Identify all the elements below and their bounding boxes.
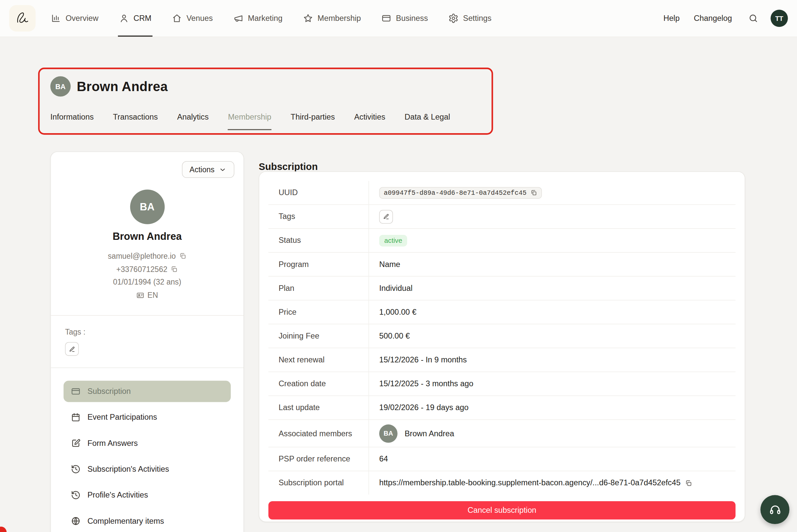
- app-logo[interactable]: [9, 5, 36, 32]
- phone-line: +33760712562: [51, 263, 244, 276]
- history-icon: [71, 490, 81, 500]
- sidebar-item-complementary-items[interactable]: Complementary items: [63, 511, 231, 532]
- sidebar-item-label: Subscription's Activities: [88, 465, 169, 474]
- tab-activities[interactable]: Activities: [354, 112, 385, 130]
- sidebar-item-subscription[interactable]: Subscription: [63, 381, 231, 402]
- star-icon: [303, 13, 313, 23]
- nav-label: Venues: [187, 14, 213, 23]
- tab-transactions[interactable]: Transactions: [113, 112, 158, 130]
- member-avatar[interactable]: BA: [379, 424, 398, 442]
- tab-analytics[interactable]: Analytics: [177, 112, 209, 130]
- nav-membership[interactable]: Membership: [303, 0, 361, 36]
- credit-card-icon: [381, 13, 392, 23]
- row-label: UUID: [268, 181, 369, 204]
- table-row-subscription-portal: Subscription portal https://membership.t…: [268, 471, 735, 495]
- cancel-subscription-button[interactable]: Cancel subscription: [268, 501, 735, 519]
- row-value: Individual: [369, 277, 735, 300]
- nav-label: Overview: [65, 14, 98, 23]
- nav-label: Business: [396, 14, 428, 23]
- language-line: EN: [51, 288, 244, 301]
- table-row-status: Status active: [268, 229, 735, 253]
- tab-informations[interactable]: Informations: [50, 112, 94, 130]
- row-label: Price: [268, 301, 369, 324]
- row-label: Plan: [268, 277, 369, 300]
- sidebar-item-subscription-activities[interactable]: Subscription's Activities: [63, 459, 231, 480]
- section-title: Subscription: [259, 161, 318, 172]
- sidebar-item-label: Profile's Activities: [88, 491, 148, 500]
- birthdate-value: 01/01/1994 (32 ans): [113, 276, 181, 288]
- profile-card-menu: Subscription Event Participations Form A…: [51, 368, 244, 532]
- actions-button[interactable]: Actions: [182, 161, 234, 178]
- sidebar-item-label: Subscription: [88, 387, 131, 396]
- table-row-creation-date: Creation date 15/12/2025 - 3 months ago: [268, 372, 735, 396]
- sidebar-item-label: Event Participations: [88, 413, 157, 422]
- sidebar-item-profile-activities[interactable]: Profile's Activities: [63, 484, 231, 506]
- table-row-joining-fee: Joining Fee 500.00 €: [268, 324, 735, 348]
- help-link[interactable]: Help: [664, 14, 680, 23]
- nav-settings[interactable]: Settings: [448, 0, 491, 36]
- home-icon: [172, 13, 182, 23]
- sidebar-item-form-answers[interactable]: Form Answers: [63, 433, 231, 454]
- profile-card: Actions BA Brown Andrea samuel@plethore.…: [50, 151, 244, 532]
- bar-chart-icon: [51, 13, 61, 23]
- table-row-tags: Tags: [268, 205, 735, 229]
- id-card-icon: [136, 291, 145, 300]
- profile-card-avatar: BA: [130, 189, 164, 224]
- row-value: 1,000.00 €: [369, 301, 735, 324]
- nav-overview[interactable]: Overview: [51, 0, 98, 36]
- birthdate-line: 01/01/1994 (32 ans): [51, 276, 244, 288]
- table-row-price: Price 1,000.00 €: [268, 301, 735, 324]
- credit-card-icon: [71, 386, 81, 397]
- support-chat-button[interactable]: [761, 495, 790, 524]
- uuid-chip: a09947f5-d89a-49d6-8e71-0a7d452efc45: [379, 187, 542, 198]
- edit-tags-button[interactable]: [379, 210, 393, 223]
- table-row-program: Program Name: [268, 253, 735, 277]
- uuid-value: a09947f5-d89a-49d6-8e71-0a7d452efc45: [384, 189, 527, 196]
- row-label: Tags: [268, 205, 369, 228]
- user-avatar[interactable]: TT: [771, 10, 788, 27]
- nav-label: Settings: [463, 14, 492, 23]
- profile-avatar: BA: [50, 76, 71, 96]
- row-value: 15/12/2025 - 3 months ago: [369, 372, 735, 396]
- table-row-next-renewal: Next renewal 15/12/2026 - In 9 months: [268, 348, 735, 372]
- phone-value: +33760712562: [116, 263, 167, 276]
- calendar-icon: [71, 413, 81, 423]
- row-label: Creation date: [268, 372, 369, 396]
- pencil-icon: [383, 213, 389, 220]
- nav-venues[interactable]: Venues: [172, 0, 213, 36]
- row-label: Joining Fee: [268, 324, 369, 348]
- nav-marketing[interactable]: Marketing: [233, 0, 283, 36]
- row-label: Program: [268, 253, 369, 276]
- app-canvas: Overview CRM Venues Marketing Membership…: [0, 0, 797, 532]
- profile-card-name: Brown Andrea: [51, 231, 244, 243]
- table-row-associated-members: Associated members BA Brown Andrea: [268, 420, 735, 447]
- copy-icon[interactable]: [530, 189, 537, 196]
- row-label: Status: [268, 229, 369, 252]
- copy-icon[interactable]: [179, 252, 187, 260]
- email-value: samuel@plethore.io: [108, 249, 176, 262]
- tab-data-legal[interactable]: Data & Legal: [404, 112, 450, 130]
- member-name[interactable]: Brown Andrea: [404, 429, 454, 438]
- table-row-uuid: UUID a09947f5-d89a-49d6-8e71-0a7d452efc4…: [268, 181, 735, 205]
- tab-membership[interactable]: Membership: [228, 112, 271, 130]
- search-icon[interactable]: [748, 13, 759, 23]
- copy-icon[interactable]: [170, 265, 178, 273]
- row-value: 500.00 €: [369, 324, 735, 348]
- sidebar-item-event-participations[interactable]: Event Participations: [63, 407, 231, 428]
- row-label: Associated members: [268, 420, 369, 446]
- table-row-plan: Plan Individual: [268, 277, 735, 301]
- edit-tags-button[interactable]: [65, 342, 78, 356]
- nav-business[interactable]: Business: [381, 0, 428, 36]
- portal-url[interactable]: https://membership.table-booking.supplem…: [379, 478, 681, 488]
- row-label: Next renewal: [268, 348, 369, 372]
- nav-crm[interactable]: CRM: [119, 0, 151, 36]
- changelog-link[interactable]: Changelog: [694, 14, 732, 23]
- square-pen-icon: [71, 438, 81, 449]
- top-nav: Overview CRM Venues Marketing Membership…: [0, 0, 797, 37]
- row-value: 15/12/2026 - In 9 months: [369, 348, 735, 372]
- nav-right: Help Changelog TT: [664, 10, 788, 27]
- tab-third-parties[interactable]: Third-parties: [290, 112, 335, 130]
- contact-info: samuel@plethore.io +33760712562 01/01/19…: [51, 249, 244, 301]
- chevron-down-icon: [219, 165, 227, 174]
- copy-icon[interactable]: [685, 479, 692, 487]
